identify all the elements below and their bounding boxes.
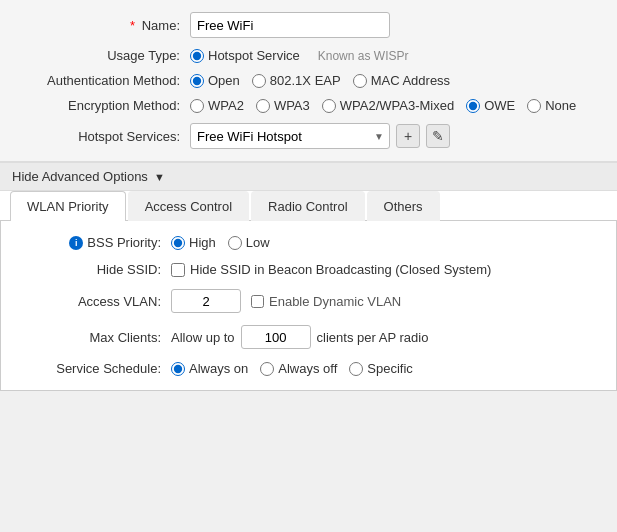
access-vlan-row: Access VLAN: Enable Dynamic VLAN bbox=[21, 289, 596, 313]
tab-content-wlan-priority: i BSS Priority: High Low Hide SSID: Hide… bbox=[0, 221, 617, 391]
service-schedule-label: Service Schedule: bbox=[21, 361, 171, 376]
bss-low[interactable]: Low bbox=[228, 235, 270, 250]
max-clients-controls: Allow up to clients per AP radio bbox=[171, 325, 428, 349]
enc-wpa2[interactable]: WPA2 bbox=[190, 98, 244, 113]
enc-method-row: Encryption Method: WPA2 WPA3 WPA2/WPA3-M… bbox=[20, 98, 597, 113]
hotspot-services-label: Hotspot Services: bbox=[20, 129, 190, 144]
enc-method-group: WPA2 WPA3 WPA2/WPA3-Mixed OWE None bbox=[190, 98, 576, 113]
bss-high[interactable]: High bbox=[171, 235, 216, 250]
access-vlan-label: Access VLAN: bbox=[21, 294, 171, 309]
auth-method-row: Authentication Method: Open 802.1X EAP M… bbox=[20, 73, 597, 88]
chevron-down-icon: ▼ bbox=[154, 171, 165, 183]
bss-priority-group: High Low bbox=[171, 235, 270, 250]
hotspot-services-select[interactable]: Free WiFi Hotspot bbox=[190, 123, 390, 149]
usage-type-hotspot[interactable]: Hotspot Service bbox=[190, 48, 300, 63]
max-clients-row: Max Clients: Allow up to clients per AP … bbox=[21, 325, 596, 349]
tab-others[interactable]: Others bbox=[367, 191, 440, 221]
schedule-specific[interactable]: Specific bbox=[349, 361, 413, 376]
access-vlan-input[interactable] bbox=[171, 289, 241, 313]
max-clients-label: Max Clients: bbox=[21, 330, 171, 345]
hide-ssid-row: Hide SSID: Hide SSID in Beacon Broadcast… bbox=[21, 262, 596, 277]
auth-method-group: Open 802.1X EAP MAC Address bbox=[190, 73, 450, 88]
schedule-always-on[interactable]: Always on bbox=[171, 361, 248, 376]
name-label: * Name: bbox=[20, 18, 190, 33]
known-as-label: Known as WISPr bbox=[318, 49, 409, 63]
service-schedule-row: Service Schedule: Always on Always off S… bbox=[21, 361, 596, 376]
schedule-always-off[interactable]: Always off bbox=[260, 361, 337, 376]
advanced-options-label: Hide Advanced Options bbox=[12, 169, 148, 184]
tab-radio-control[interactable]: Radio Control bbox=[251, 191, 365, 221]
enc-wpa3[interactable]: WPA3 bbox=[256, 98, 310, 113]
info-icon[interactable]: i bbox=[69, 236, 83, 250]
bss-priority-row: i BSS Priority: High Low bbox=[21, 235, 596, 250]
enc-wpa2wpa3[interactable]: WPA2/WPA3-Mixed bbox=[322, 98, 454, 113]
hide-ssid-label: Hide SSID: bbox=[21, 262, 171, 277]
enc-none[interactable]: None bbox=[527, 98, 576, 113]
hotspot-services-controls: Free WiFi Hotspot ▼ + ✎ bbox=[190, 123, 450, 149]
service-schedule-controls: Always on Always off Specific bbox=[171, 361, 413, 376]
auth-8021x[interactable]: 802.1X EAP bbox=[252, 73, 341, 88]
required-star: * bbox=[130, 18, 135, 33]
tab-wlan-priority[interactable]: WLAN Priority bbox=[10, 191, 126, 221]
auth-open[interactable]: Open bbox=[190, 73, 240, 88]
add-hotspot-button[interactable]: + bbox=[396, 124, 420, 148]
name-label-text: Name: bbox=[142, 18, 180, 33]
clients-per-text: clients per AP radio bbox=[317, 330, 429, 345]
tabs-container: WLAN Priority Access Control Radio Contr… bbox=[0, 191, 617, 221]
hotspot-select-wrapper: Free WiFi Hotspot ▼ bbox=[190, 123, 390, 149]
form-section: * Name: Usage Type: Hotspot Service Know… bbox=[0, 0, 617, 162]
dynamic-vlan-checkbox[interactable] bbox=[251, 295, 264, 308]
advanced-options-toggle[interactable]: Hide Advanced Options ▼ bbox=[0, 162, 617, 191]
auth-mac[interactable]: MAC Address bbox=[353, 73, 450, 88]
hide-ssid-checkbox-label[interactable]: Hide SSID in Beacon Broadcasting (Closed… bbox=[171, 262, 491, 277]
tab-access-control[interactable]: Access Control bbox=[128, 191, 249, 221]
usage-type-label: Usage Type: bbox=[20, 48, 190, 63]
auth-method-label: Authentication Method: bbox=[20, 73, 190, 88]
hide-ssid-checkbox[interactable] bbox=[171, 263, 185, 277]
name-row: * Name: bbox=[20, 12, 597, 38]
usage-type-row: Usage Type: Hotspot Service Known as WIS… bbox=[20, 48, 597, 63]
max-clients-input[interactable] bbox=[241, 325, 311, 349]
access-vlan-controls: Enable Dynamic VLAN bbox=[171, 289, 401, 313]
dynamic-vlan-checkbox-label[interactable]: Enable Dynamic VLAN bbox=[251, 294, 401, 309]
enc-method-label: Encryption Method: bbox=[20, 98, 190, 113]
allow-up-to-text: Allow up to bbox=[171, 330, 235, 345]
hotspot-services-row: Hotspot Services: Free WiFi Hotspot ▼ + … bbox=[20, 123, 597, 149]
edit-hotspot-button[interactable]: ✎ bbox=[426, 124, 450, 148]
bss-priority-label: i BSS Priority: bbox=[21, 235, 171, 250]
enc-owe[interactable]: OWE bbox=[466, 98, 515, 113]
name-input[interactable] bbox=[190, 12, 390, 38]
usage-type-group: Hotspot Service Known as WISPr bbox=[190, 48, 408, 63]
